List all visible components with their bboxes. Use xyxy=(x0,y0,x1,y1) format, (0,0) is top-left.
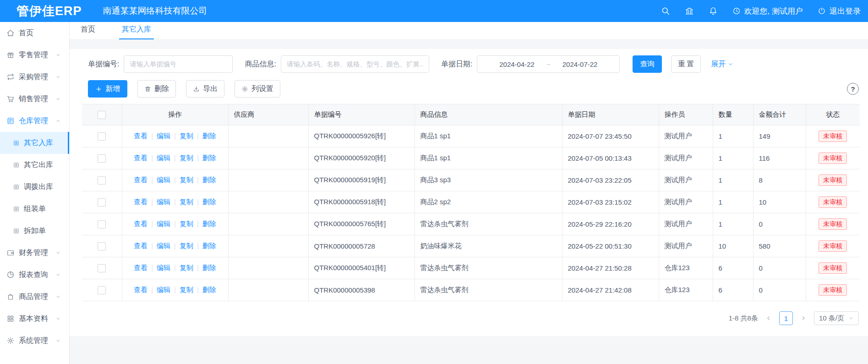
row-checkbox[interactable] xyxy=(98,220,106,228)
action-copy[interactable]: 复制 xyxy=(180,198,193,206)
search-button[interactable] xyxy=(661,6,670,16)
action-copy[interactable]: 复制 xyxy=(180,264,193,272)
product-info-input[interactable] xyxy=(281,55,429,73)
action-separator: | xyxy=(151,132,153,140)
action-delete[interactable]: 删除 xyxy=(202,264,216,272)
add-button[interactable]: 新增 xyxy=(88,80,127,98)
row-checkbox[interactable] xyxy=(98,198,106,206)
sidebar-item-purchase[interactable]: 采购管理 xyxy=(0,66,69,88)
row-checkbox[interactable] xyxy=(98,132,106,141)
action-view[interactable]: 查看 xyxy=(134,242,147,250)
sidebar-item-basic-data[interactable]: 基本资料 xyxy=(0,308,69,330)
action-delete[interactable]: 删除 xyxy=(202,132,216,140)
export-button[interactable]: 导出 xyxy=(186,80,224,98)
sidebar-item-finance[interactable]: 财务管理 xyxy=(0,242,69,264)
action-delete[interactable]: 删除 xyxy=(202,220,216,228)
action-copy[interactable]: 复制 xyxy=(180,176,193,184)
product-cell: 商品1 sp1 xyxy=(415,147,562,169)
action-copy[interactable]: 复制 xyxy=(180,242,193,250)
column-settings-button[interactable]: 列设置 xyxy=(235,80,280,98)
app-logo: 管伊佳ERP xyxy=(0,3,82,19)
row-checkbox[interactable] xyxy=(98,264,106,272)
action-view[interactable]: 查看 xyxy=(134,198,147,206)
welcome-user[interactable]: 欢迎您, 测试用户 xyxy=(732,6,803,16)
action-separator: | xyxy=(151,220,153,228)
sidebar-item-other-outbound[interactable]: 其它出库 xyxy=(0,154,69,176)
status-badge: 未审核 xyxy=(819,174,847,186)
sidebar-item-label: 系统管理 xyxy=(19,336,54,346)
actions-cell: 查看|编辑|复制|删除 xyxy=(122,169,228,191)
company-switch-button[interactable] xyxy=(685,6,694,16)
sidebar-item-other-inbound[interactable]: 其它入库 xyxy=(0,132,69,154)
action-view[interactable]: 查看 xyxy=(134,220,147,228)
qty-cell: 1 xyxy=(713,147,753,169)
actions-cell: 查看|编辑|复制|删除 xyxy=(122,213,228,235)
sidebar-item-disassembly-order[interactable]: 拆卸单 xyxy=(0,220,69,242)
help-icon[interactable]: ? xyxy=(847,83,859,95)
action-view[interactable]: 查看 xyxy=(134,286,147,293)
sidebar-item-reports[interactable]: 报表查询 xyxy=(0,264,69,286)
status-cell: 未审核 xyxy=(806,235,860,257)
sidebar-item-warehouse[interactable]: 仓库管理 xyxy=(0,110,69,132)
action-edit[interactable]: 编辑 xyxy=(157,220,170,228)
delete-button[interactable]: 删除 xyxy=(137,80,176,98)
sidebar-item-label: 调拨出库 xyxy=(24,182,61,192)
date-range-picker[interactable]: 2024-04-22 ~ 2024-07-22 xyxy=(477,55,620,73)
sidebar-item-transfer-outbound[interactable]: 调拨出库 xyxy=(0,176,69,198)
action-view[interactable]: 查看 xyxy=(134,154,147,162)
action-separator: | xyxy=(174,286,176,293)
product-cell: 雷达杀虫气雾剂 xyxy=(415,213,562,235)
action-separator: | xyxy=(151,198,153,206)
action-edit[interactable]: 编辑 xyxy=(157,264,170,272)
reset-button[interactable]: 重置 xyxy=(671,55,701,73)
header-date: 单据日期 xyxy=(562,104,659,125)
sidebar-item-system[interactable]: 系统管理 xyxy=(0,330,69,352)
action-delete[interactable]: 删除 xyxy=(202,242,216,250)
action-view[interactable]: 查看 xyxy=(134,264,147,272)
action-copy[interactable]: 复制 xyxy=(180,286,193,293)
row-checkbox[interactable] xyxy=(98,242,106,250)
tab-other-inbound[interactable]: 其它入库 xyxy=(119,25,154,39)
order-no-input[interactable] xyxy=(124,55,233,73)
action-copy[interactable]: 复制 xyxy=(180,132,193,140)
current-page[interactable]: 1 xyxy=(779,311,793,325)
logout-button[interactable]: 退出登录 xyxy=(818,6,861,16)
expand-link[interactable]: 展开 xyxy=(711,60,733,69)
sidebar-item-home[interactable]: 首页 xyxy=(0,22,69,44)
action-delete[interactable]: 删除 xyxy=(202,198,216,206)
action-edit[interactable]: 编辑 xyxy=(157,176,170,184)
action-delete[interactable]: 删除 xyxy=(202,176,216,184)
action-copy[interactable]: 复制 xyxy=(180,220,193,228)
action-delete[interactable]: 删除 xyxy=(202,286,216,293)
qty-cell: 1 xyxy=(713,169,753,191)
action-view[interactable]: 查看 xyxy=(134,176,147,184)
sidebar-item-assembly-order[interactable]: 组装单 xyxy=(0,198,69,220)
notifications-button[interactable] xyxy=(709,6,718,16)
action-edit[interactable]: 编辑 xyxy=(157,154,170,162)
sidebar-item-sales[interactable]: 销售管理 xyxy=(0,88,69,110)
action-edit[interactable]: 编辑 xyxy=(157,132,170,140)
prev-page-button[interactable] xyxy=(765,315,772,321)
chevron-down-icon xyxy=(55,96,61,102)
row-checkbox[interactable] xyxy=(98,154,106,163)
qty-cell: 6 xyxy=(713,279,753,301)
sidebar-item-products[interactable]: 商品管理 xyxy=(0,286,69,308)
action-edit[interactable]: 编辑 xyxy=(157,242,170,250)
action-view[interactable]: 查看 xyxy=(134,132,147,140)
tab-home[interactable]: 首页 xyxy=(78,25,98,39)
next-page-button[interactable] xyxy=(800,315,807,321)
action-edit[interactable]: 编辑 xyxy=(157,286,170,293)
action-edit[interactable]: 编辑 xyxy=(157,198,170,206)
select-all-checkbox[interactable] xyxy=(98,111,106,119)
query-button[interactable]: 查询 xyxy=(633,55,662,73)
page-size-select[interactable]: 10 条/页 xyxy=(814,311,859,325)
row-checkbox[interactable] xyxy=(98,176,106,185)
row-checkbox[interactable] xyxy=(98,286,106,294)
sidebar-item-label: 组装单 xyxy=(24,204,61,214)
company-name: 南通某某网络科技有限公司 xyxy=(103,5,207,17)
qty-cell: 10 xyxy=(713,235,753,257)
action-copy[interactable]: 复制 xyxy=(180,154,193,162)
sidebar-item-retail[interactable]: 零售管理 xyxy=(0,44,69,66)
home-icon xyxy=(6,29,15,37)
action-delete[interactable]: 删除 xyxy=(202,154,216,162)
